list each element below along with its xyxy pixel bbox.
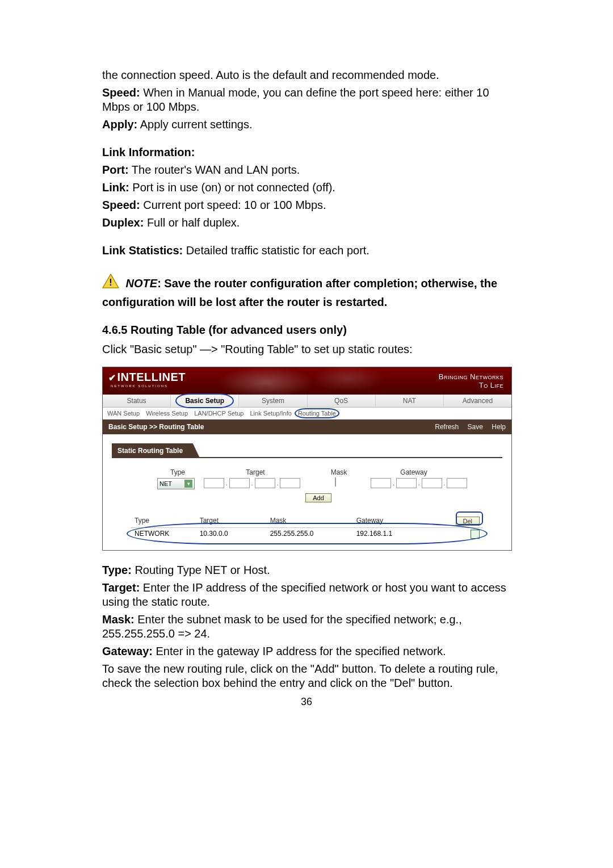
breadcrumb: Basic Setup >> Routing Table (108, 423, 204, 431)
save-link[interactable]: Save (468, 423, 483, 431)
td-type: NETWORK (131, 528, 196, 542)
th-type: Type (131, 515, 196, 527)
routing-table: Type Target Mask Gateway Del NETWORK 10.… (131, 515, 483, 542)
th-target[interactable]: Target (196, 515, 267, 527)
form-label-gateway: Gateway (374, 468, 454, 476)
target-ip-input[interactable]: ... (204, 478, 300, 488)
form-label-mask: Mask (316, 468, 362, 476)
panel-title: Static Routing Table (112, 443, 200, 458)
td-target: 10.30.0.0 (196, 528, 267, 542)
tab-nat[interactable]: NAT (376, 395, 444, 407)
page-number: 36 (102, 696, 511, 708)
speed-label: Speed: (102, 86, 140, 99)
brand-tagline: Bringing Networks To Life (439, 373, 503, 390)
warning-icon: ! (102, 274, 119, 292)
table-row: NETWORK 10.30.0.0 255.255.255.0 192.168.… (131, 527, 483, 542)
th-gateway: Gateway (353, 515, 434, 527)
tab-advanced[interactable]: Advanced (444, 395, 511, 407)
note-block: ! NOTE: Save the router configuration af… (102, 274, 511, 310)
tab-basic-setup[interactable]: Basic Setup (171, 395, 239, 407)
router-header: ✔INTELLINET NETWORK SOLUTIONS Bringing N… (103, 367, 511, 395)
subtab-wan[interactable]: WAN Setup (107, 410, 140, 417)
mask-input[interactable] (335, 477, 336, 487)
form-label-target: Target (207, 468, 304, 476)
router-ui: ✔INTELLINET NETWORK SOLUTIONS Bringing N… (102, 367, 512, 551)
defs-footer: To save the new routing rule, click on t… (102, 662, 511, 690)
chevron-down-icon: ▾ (184, 480, 192, 488)
subtab-link[interactable]: Link Setup/Info (250, 410, 291, 417)
td-mask: 255.255.255.0 (267, 528, 353, 542)
th-mask[interactable]: Mask (267, 515, 353, 527)
tab-system[interactable]: System (239, 395, 307, 407)
brand-subtitle: NETWORK SOLUTIONS (111, 384, 168, 388)
gateway-ip-input[interactable]: ... (371, 478, 467, 488)
add-button[interactable]: Add (305, 493, 331, 502)
row-checkbox[interactable] (471, 530, 480, 539)
svg-text:!: ! (109, 278, 112, 287)
link-stats: Link Statistics: Detailed traffic statis… (102, 244, 511, 258)
refresh-link[interactable]: Refresh (435, 423, 459, 431)
type-select[interactable]: NET ▾ (157, 478, 195, 489)
del-button[interactable]: Del (456, 517, 480, 526)
note-label: NOTE (126, 277, 158, 290)
subtab-routing-table[interactable]: Routing Table (298, 410, 336, 417)
help-link[interactable]: Help (492, 423, 506, 431)
check-icon: ✔ (108, 373, 116, 383)
section-465-instr: Click "Basic setup" —> "Routing Table" t… (102, 342, 511, 357)
intro-apply: Apply: Apply current settings. (102, 118, 511, 132)
sub-tabs: WAN Setup Wireless Setup LAN/DHCP Setup … (103, 408, 511, 420)
subtab-wireless[interactable]: Wireless Setup (146, 410, 188, 417)
td-gateway: 192.168.1.1 (353, 528, 434, 542)
subtab-landhcp[interactable]: LAN/DHCP Setup (194, 410, 243, 417)
breadcrumb-bar: Basic Setup >> Routing Table Refresh Sav… (103, 420, 511, 434)
form-label-type: Type (161, 468, 195, 476)
brand-logo: ✔INTELLINET (108, 371, 186, 384)
link-info-title: Link Information: (102, 145, 511, 160)
main-tabs: Status Basic Setup System QoS NAT Advanc… (103, 395, 511, 408)
tab-qos[interactable]: QoS (308, 395, 376, 407)
tab-status[interactable]: Status (103, 395, 171, 407)
intro-speed: Speed: When in Manual mode, you can defi… (102, 86, 511, 114)
section-465-title: 4.6.5 Routing Table (for advanced users … (102, 324, 511, 337)
intro-line1: the connection speed. Auto is the defaul… (102, 68, 511, 82)
